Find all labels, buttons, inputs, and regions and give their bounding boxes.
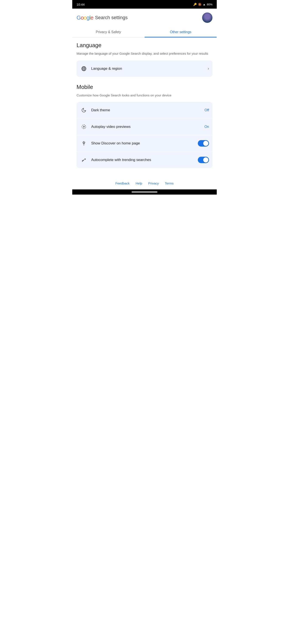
autoplay-icon bbox=[80, 123, 88, 131]
header-left: Google Search settings bbox=[76, 14, 128, 21]
show-discover-label: Show Discover on home page bbox=[91, 141, 198, 146]
globe-icon bbox=[80, 65, 88, 72]
status-time: 10:44 bbox=[76, 2, 85, 6]
wifi-icon: ▲ bbox=[203, 3, 206, 6]
mobile-section-desc: Customize how Google Search looks and fu… bbox=[76, 93, 213, 98]
tab-privacy[interactable]: Privacy & Safety bbox=[72, 27, 144, 38]
dark-theme-item[interactable]: Dark theme Off bbox=[76, 102, 213, 118]
battery-icon: 80% bbox=[207, 3, 213, 6]
help-link[interactable]: Help bbox=[135, 182, 142, 185]
dark-theme-label: Dark theme bbox=[91, 108, 205, 112]
toggle-knob bbox=[203, 141, 208, 146]
tab-other-settings[interactable]: Other settings bbox=[144, 27, 217, 38]
moon-icon bbox=[80, 106, 88, 114]
language-section-title: Language bbox=[76, 42, 213, 49]
main-content: Language Manage the language of your Goo… bbox=[72, 38, 217, 168]
autoplay-video-label: Autoplay video previews bbox=[91, 124, 205, 129]
header-title: Search settings bbox=[95, 15, 128, 20]
mute-icon: 🔕 bbox=[198, 3, 202, 6]
key-icon: 🔑 bbox=[193, 3, 197, 6]
mobile-section-title: Mobile bbox=[76, 84, 213, 90]
autocomplete-trending-toggle[interactable] bbox=[198, 157, 209, 163]
privacy-link[interactable]: Privacy bbox=[148, 182, 159, 185]
terms-link[interactable]: Terms bbox=[165, 182, 174, 185]
bottom-indicator bbox=[132, 192, 157, 192]
footer: Feedback Help Privacy Terms bbox=[72, 175, 217, 190]
dark-theme-value: Off bbox=[205, 108, 209, 112]
language-section: Language Manage the language of your Goo… bbox=[76, 42, 213, 77]
mobile-section: Mobile Customize how Google Search looks… bbox=[76, 84, 213, 168]
autoplay-video-item[interactable]: Autoplay video previews On bbox=[76, 118, 213, 135]
svg-marker-3 bbox=[83, 126, 85, 128]
autocomplete-trending-item[interactable]: Autocomplete with trending searches bbox=[76, 152, 213, 168]
mobile-settings-group: Dark theme Off Autoplay video previews O… bbox=[76, 102, 213, 168]
autocomplete-trending-label: Autocomplete with trending searches bbox=[91, 158, 198, 162]
svg-marker-6 bbox=[84, 159, 86, 160]
avatar[interactable] bbox=[202, 12, 213, 23]
discover-icon bbox=[80, 140, 88, 147]
tabs: Privacy & Safety Other settings bbox=[72, 27, 217, 38]
google-logo: Google bbox=[76, 14, 93, 21]
status-bar: 10:44 🔑 🔕 ▲ 80% bbox=[72, 0, 217, 8]
language-section-desc: Manage the language of your Google Searc… bbox=[76, 51, 213, 56]
feedback-link[interactable]: Feedback bbox=[115, 182, 130, 185]
avatar-image bbox=[202, 12, 213, 23]
svg-line-5 bbox=[82, 160, 84, 162]
status-icons: 🔑 🔕 ▲ 80% bbox=[193, 3, 213, 6]
show-discover-toggle[interactable] bbox=[198, 140, 209, 146]
language-region-item[interactable]: Language & region › bbox=[76, 60, 213, 77]
show-discover-item[interactable]: Show Discover on home page bbox=[76, 135, 213, 152]
autoplay-video-value: On bbox=[205, 125, 209, 129]
chevron-right-icon: › bbox=[208, 66, 209, 71]
toggle-knob-2 bbox=[203, 157, 208, 162]
trending-autocomplete-icon bbox=[80, 156, 88, 164]
header: Google Search settings bbox=[72, 8, 217, 27]
bottom-nav-bar bbox=[72, 190, 217, 194]
language-region-label: Language & region bbox=[91, 66, 208, 71]
